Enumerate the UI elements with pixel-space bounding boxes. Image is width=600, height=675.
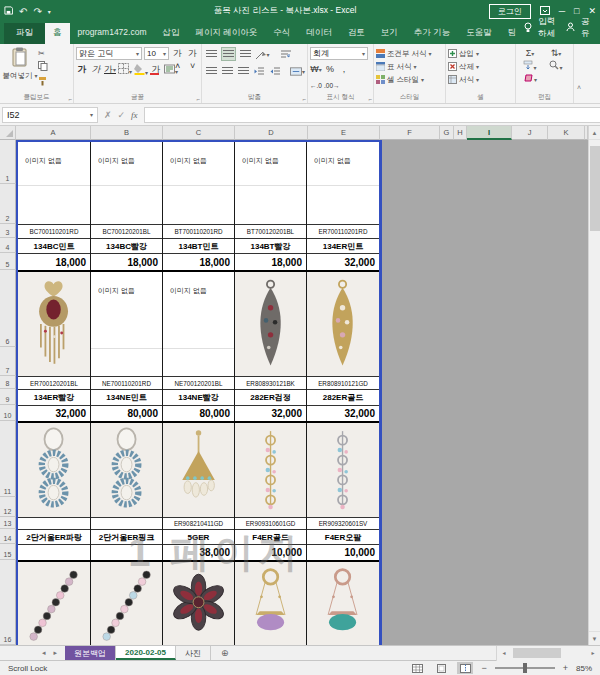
- column-header-B[interactable]: B: [91, 126, 163, 140]
- ribbon-tab-홈[interactable]: 홈: [45, 23, 70, 44]
- row-header-9[interactable]: 9: [0, 389, 16, 405]
- product-image-cell[interactable]: [18, 272, 90, 376]
- scroll-down-icon[interactable]: ▼: [589, 631, 600, 645]
- product-price[interactable]: 18,000: [235, 253, 306, 270]
- number-format-select[interactable]: 회계▾: [310, 47, 368, 60]
- copy-icon[interactable]: [38, 61, 48, 74]
- ribbon-tab-데이터[interactable]: 데이터: [298, 23, 340, 44]
- product-image-cell[interactable]: 이미지 없음: [18, 142, 90, 224]
- product-code[interactable]: BC700120201BL: [91, 224, 162, 238]
- column-header-D[interactable]: D: [235, 126, 308, 140]
- increase-font-icon[interactable]: 가˄: [171, 47, 184, 60]
- column-header-H[interactable]: H: [454, 126, 467, 140]
- redo-icon[interactable]: ↷: [33, 6, 41, 17]
- product-name[interactable]: 282ER골드: [307, 389, 379, 405]
- product-image-cell[interactable]: [235, 423, 306, 517]
- zoom-level[interactable]: 85%: [576, 664, 592, 673]
- product-code[interactable]: ER808910121GD: [307, 376, 379, 389]
- product-image-cell[interactable]: [163, 423, 234, 517]
- horizontal-scrollbar[interactable]: ◂ ▸: [496, 646, 600, 661]
- scroll-right-icon[interactable]: ▸: [586, 646, 600, 661]
- product-price[interactable]: 32,000: [307, 253, 379, 270]
- scroll-up-icon[interactable]: ▲: [589, 126, 600, 140]
- product-image-cell[interactable]: 이미지 없음: [91, 142, 162, 224]
- zoom-slider[interactable]: [495, 667, 555, 669]
- font-size-select[interactable]: 10▾: [144, 47, 169, 60]
- product-cell[interactable]: 이미지 없음BT700110201RD134BT민트18,000: [163, 142, 235, 270]
- minimize-button[interactable]: ─: [559, 6, 565, 16]
- row-header-1[interactable]: 1: [0, 140, 16, 184]
- cancel-entry-icon[interactable]: ✗: [104, 110, 112, 120]
- product-price[interactable]: 80,000: [91, 405, 162, 421]
- product-image-cell[interactable]: [307, 272, 379, 376]
- product-image-cell[interactable]: 이미지 없음: [307, 142, 379, 224]
- column-header-K[interactable]: K: [548, 126, 585, 140]
- row-header-4[interactable]: 4: [0, 238, 16, 253]
- page-break-preview-icon[interactable]: [457, 662, 473, 674]
- product-code[interactable]: BC700110201RD: [18, 224, 90, 238]
- formula-input[interactable]: [144, 107, 600, 123]
- save-icon[interactable]: [4, 6, 13, 17]
- product-image-cell[interactable]: [18, 423, 90, 517]
- row-header-10[interactable]: 10: [0, 405, 16, 421]
- increase-decimal-icon[interactable]: ←.0: [310, 79, 322, 92]
- row-header-12[interactable]: 12: [0, 497, 16, 517]
- product-price[interactable]: 18,000: [91, 253, 162, 270]
- name-box[interactable]: I52▾: [2, 107, 98, 123]
- product-image-cell[interactable]: 이미지 없음: [91, 272, 162, 376]
- column-header-A[interactable]: A: [16, 126, 91, 140]
- maximize-button[interactable]: □: [574, 6, 579, 16]
- product-name[interactable]: 134ER민트: [307, 238, 379, 253]
- ribbon-tab-추가 기능[interactable]: 추가 기능: [406, 23, 458, 44]
- select-all-corner[interactable]: [0, 126, 16, 140]
- phonetic-guide-icon[interactable]: ▾: [164, 63, 178, 76]
- product-code[interactable]: ER700110201RD: [307, 224, 379, 238]
- format-painter-icon[interactable]: [38, 76, 48, 89]
- ribbon-tab-페이지 레이아웃[interactable]: 페이지 레이아웃: [187, 23, 265, 44]
- fill-color-icon[interactable]: ▾: [134, 63, 148, 76]
- ribbon-tab-검토[interactable]: 검토: [340, 23, 373, 44]
- product-price[interactable]: 18,000: [18, 253, 90, 270]
- align-top-icon[interactable]: [204, 47, 219, 61]
- format-cells-button[interactable]: 서식▾: [448, 73, 513, 86]
- scroll-left-icon[interactable]: ◂: [497, 646, 511, 661]
- confirm-entry-icon[interactable]: ✓: [118, 110, 126, 120]
- wrap-text-icon[interactable]: [278, 47, 293, 61]
- ribbon-tab-보기[interactable]: 보기: [373, 23, 406, 44]
- product-image-cell[interactable]: 이미지 없음: [163, 142, 234, 224]
- font-name-select[interactable]: 맑은 고딕▾: [76, 47, 142, 60]
- product-cell[interactable]: 이미지 없음NE700120201BL134NE빨강80,000: [163, 272, 235, 421]
- orientation-icon[interactable]: ▾: [255, 47, 270, 61]
- delete-cells-button[interactable]: 삭제▾: [448, 60, 513, 73]
- product-price[interactable]: 32,000: [307, 405, 379, 421]
- product-cell[interactable]: 이미지 없음BC700120201BL134BC빨강18,000: [91, 142, 163, 270]
- align-center-icon[interactable]: [220, 64, 234, 78]
- undo-icon[interactable]: ↶: [19, 6, 27, 17]
- product-cell[interactable]: ER700120201BL134ER빨강32,000: [18, 272, 91, 421]
- sheet-tab-사진[interactable]: 사진: [176, 646, 211, 660]
- decrease-indent-icon[interactable]: [252, 64, 266, 78]
- sheet-nav-right-icon[interactable]: ▸: [54, 649, 58, 657]
- share-button[interactable]: 공유: [581, 16, 592, 40]
- product-code[interactable]: ER700120201BL: [18, 376, 90, 389]
- column-header-F[interactable]: F: [380, 126, 440, 140]
- ribbon-display-options-icon[interactable]: [540, 6, 550, 17]
- horizontal-scroll-thumb[interactable]: [513, 648, 561, 658]
- product-price[interactable]: 32,000: [18, 405, 90, 421]
- column-header-C[interactable]: C: [163, 126, 235, 140]
- sheet-nav-left-icon[interactable]: ◂: [42, 649, 46, 657]
- row-header-15[interactable]: 15: [0, 544, 16, 560]
- product-image-cell[interactable]: 이미지 없음: [163, 272, 234, 376]
- normal-view-icon[interactable]: [409, 662, 425, 674]
- align-right-icon[interactable]: [236, 64, 250, 78]
- sheet-tab-2020-02-05[interactable]: 2020-02-05: [116, 646, 176, 660]
- product-price[interactable]: 18,000: [163, 253, 234, 270]
- format-as-table-button[interactable]: 표 서식▾: [376, 60, 443, 73]
- product-name[interactable]: 134BT빨강: [235, 238, 306, 253]
- merge-center-icon[interactable]: ▾: [290, 64, 305, 78]
- row-header-2[interactable]: 2: [0, 184, 16, 224]
- sort-filter-icon[interactable]: ⇅▾: [544, 48, 568, 58]
- column-header-G[interactable]: G: [440, 126, 454, 140]
- row-header-7[interactable]: 7: [0, 347, 16, 376]
- find-select-icon[interactable]: ▾: [544, 60, 568, 72]
